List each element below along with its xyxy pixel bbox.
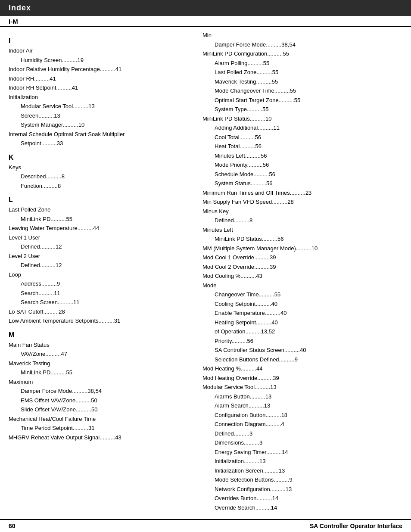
index-entry: MHGRV Reheat Valve Output Signal........… [9,433,190,442]
index-sub-entry: Schedule Mode..........56 [202,170,402,179]
index-entry: Internal Schedule Optimal Start Soak Mul… [9,130,190,139]
index-sub-entry: System Status..........56 [202,179,402,188]
page-header: Index [0,0,411,16]
index-sub-entry: Defined..........8 [202,216,402,225]
index-sub-entry: Modular Service Tool..........13 [9,102,190,111]
index-entry: MiniLink PD Status..........10 [202,115,402,123]
footer: 60 SA Controller Operator Interface [0,519,411,532]
index-sub-entry: Override Search..........14 [202,504,402,512]
index-entry: Level 2 User [9,252,190,261]
index-sub-entry: Overrides Button..........14 [202,494,402,503]
index-entry: Maverick Testing [9,359,190,368]
index-entry: Lo SAT Cutoff..........28 [9,308,190,316]
index-sub-entry: Last Polled Zone..........55 [202,68,402,77]
section-letter: I [9,37,190,45]
index-entry: Mod Heating Override..........39 [202,374,402,383]
footer-title: SA Controller Operator Interface [310,523,402,529]
index-sub-entry: Initialization..........13 [202,457,402,466]
index-sub-entry: Humidity Screen..........19 [9,56,190,65]
index-sub-entry: Minutes Left..........56 [202,152,402,160]
index-sub-entry: System Manager..........10 [9,121,190,129]
index-sub-entry: Heat Total..........56 [202,142,402,151]
index-sub-entry: System Type..........55 [202,105,402,114]
index-sub-entry: Configuration Button..........18 [202,411,402,420]
left-column: IIndoor AirHumidity Screen..........19In… [9,31,190,513]
header-title: Index [9,3,31,12]
index-sub-entry: Described..........8 [9,172,190,181]
right-column: MinDamper Force Mode..........38,54MiniL… [202,31,402,513]
index-sub-entry: Selection Buttons Defined..........9 [202,355,402,364]
index-entry: Mod Cool 2 Override..........39 [202,263,402,271]
index-sub-entry: Slide Offset VAV/Zone..........50 [9,405,190,414]
index-sub-entry: Defined..........12 [9,261,190,270]
index-entry: Mode [202,281,402,290]
index-sub-entry: Mode Priority..........56 [202,161,402,169]
index-sub-entry: Dimensions..........3 [202,439,402,447]
index-sub-entry: Time Period Setpoint..........31 [9,424,190,432]
index-sub-entry: Enable Temperature..........40 [202,309,402,317]
index-entry: Mod Cooling %..........43 [202,272,402,280]
index-sub-entry: Alarms Button..........13 [202,392,402,401]
index-entry: Last Polled Zone [9,205,190,214]
index-entry: Min Supply Fan VFD Speed..........28 [202,198,402,206]
index-entry: Main Fan Status [9,341,190,349]
index-entry: Minutes Left [202,226,402,234]
index-sub-entry: Connection Diagram..........4 [202,420,402,429]
index-entry: Loop [9,271,190,279]
index-sub-entry: Cool Total..........56 [202,133,402,142]
section-letter: M [9,331,190,339]
index-sub-entry: Priority..........56 [202,337,402,345]
index-sub-entry: Damper Force Mode..........38,54 [202,40,402,49]
index-sub-entry: of Operation..........13,52 [202,327,402,336]
section-letter: L [9,196,190,204]
index-entry: Minus Key [202,207,402,216]
index-sub-entry: EMS Offset VAV/Zone..........50 [9,396,190,405]
index-entry: Keys [9,163,190,172]
index-entry: Initialization [9,93,190,102]
index-sub-entry: Alarm Polling..........55 [202,59,402,68]
index-entry: Mod Cool 1 Override..........39 [202,253,402,262]
index-sub-entry: SA Controller Status Screen..........40 [202,346,402,355]
index-entry: Indoor Relative Humidity Percentage.....… [9,65,190,74]
index-sub-entry: Alarm Search..........13 [202,401,402,410]
index-entry: Leaving Water Temperature..........44 [9,224,190,233]
index-sub-entry: MiniLink PD..........55 [9,368,190,377]
index-sub-entry: Search..........11 [9,289,190,298]
index-sub-entry: Defined..........3 [202,429,402,438]
index-sub-entry: Changeover Time..........55 [202,290,402,299]
index-sub-entry: Defined..........12 [9,243,190,251]
index-entry: Indoor Air [9,47,190,55]
index-sub-entry: VAV/Zone..........47 [9,350,190,358]
section-letter: K [9,154,190,162]
index-entry: Modular Service Tool..........13 [202,383,402,392]
index-sub-entry: Cooling Setpoint..........40 [202,300,402,308]
index-sub-entry: Mode Selection Buttons..........9 [202,476,402,484]
index-sub-entry: Screen..........13 [9,112,190,120]
index-sub-entry: Heating Setpoint..........40 [202,318,402,327]
index-entry: Min [202,31,402,40]
index-sub-entry: Damper Force Mode..........38,54 [9,387,190,395]
page-subtitle: I-M [0,16,411,27]
index-entry: Low Ambient Temperature Setpoints.......… [9,317,190,325]
page-container: Index I-M IIndoor AirHumidity Screen....… [0,0,411,532]
index-sub-entry: MiniLink PD Status..........56 [202,235,402,243]
index-sub-entry: Address..........9 [9,280,190,288]
index-sub-entry: Function..........8 [9,182,190,190]
index-sub-entry: Energy Saving Timer..........14 [202,448,402,457]
index-entry: MiniLink PD Configuration..........55 [202,50,402,58]
index-entry: Mechanical Heat/Cool Failure Time [9,415,190,423]
index-sub-entry: MiniLink PD..........55 [9,215,190,224]
index-entry: Maximum [9,378,190,386]
subtitle-text: I-M [9,18,18,25]
index-entry: Minimum Run Times and Off Times.........… [202,189,402,197]
index-sub-entry: Initialization Screen..........13 [202,467,402,475]
index-sub-entry: Adding Additional..........11 [202,124,402,132]
index-entry: MM (Multiple System Manager Mode).......… [202,244,402,253]
index-entry: Level 1 User [9,233,190,242]
footer-page-number: 60 [9,523,16,529]
index-sub-entry: Setpoint..........33 [9,139,190,148]
index-sub-entry: Mode Changeover Time..........55 [202,87,402,95]
index-sub-entry: Network Configuration..........13 [202,485,402,494]
index-sub-entry: Optimal Start Target Zone..........55 [202,96,402,105]
index-sub-entry: Search Screen..........11 [9,298,190,307]
